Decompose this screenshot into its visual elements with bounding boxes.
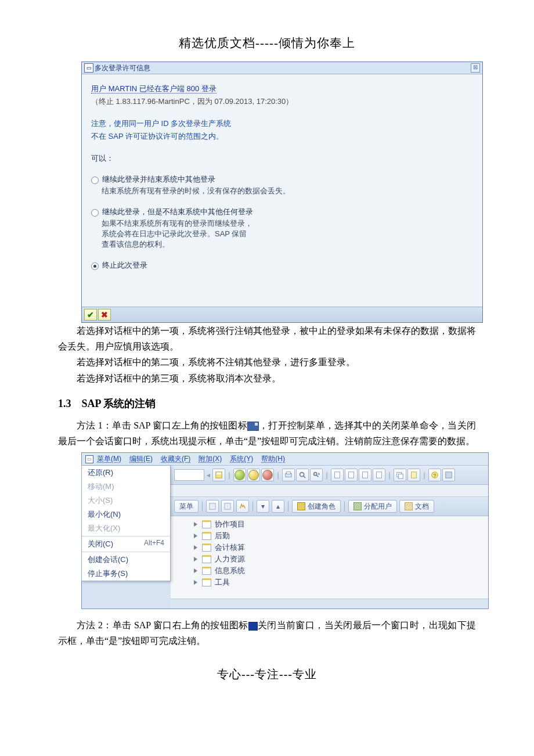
menu-new-session[interactable]: 创建会话(C) (82, 553, 170, 567)
tool-button[interactable] (236, 500, 249, 513)
document-button[interactable]: 文档 (399, 500, 434, 513)
toolbar-sep: | (275, 469, 281, 481)
menu-button[interactable]: 菜单 (174, 500, 199, 513)
tree-expand-icon (194, 534, 197, 538)
toolbar-sep: | (421, 469, 427, 481)
save-button[interactable] (212, 469, 225, 481)
option-1[interactable]: 继续此登录并结束系统中其他登录 (91, 174, 473, 185)
sap-app-toolbar: 菜单 ▾ ▴ 创建角色 分配用户 (171, 497, 488, 516)
dialog-footer: ✔ ✖ (82, 307, 482, 322)
toolbar-sep: ◂ (205, 469, 211, 481)
tool-button[interactable] (221, 500, 234, 513)
folder-icon (202, 543, 211, 552)
toolbar-sep (202, 501, 203, 512)
shortcut-button[interactable] (407, 469, 420, 481)
exit-button[interactable] (247, 469, 260, 481)
user-login-link[interactable]: 用户 MARTIN 已经在客户端 800 登录 (91, 84, 217, 93)
menu-item[interactable]: 菜单(M) (97, 454, 121, 464)
menu-item[interactable]: 附加(X) (199, 454, 222, 464)
document-icon (405, 502, 413, 510)
tree-item[interactable]: 工具 (171, 577, 488, 588)
sap-window-icon (247, 422, 259, 431)
dialog-body: 用户 MARTIN 已经在客户端 800 登录 （终止 1.83.117.96-… (82, 74, 482, 307)
command-field[interactable] (174, 469, 204, 481)
menu-item[interactable]: 帮助(H) (261, 454, 285, 464)
tree-item[interactable]: 协作项目 (171, 519, 488, 530)
layout-button[interactable] (442, 469, 455, 481)
txt: 已经在客户端 (137, 84, 186, 93)
para-option1: 若选择对话框中的第一项，系统将强行注销其他登录，被中止的登录如果有未保存的数据，… (58, 323, 476, 354)
svg-rect-3 (287, 472, 291, 474)
window-close-icon (248, 622, 258, 631)
menu-close[interactable]: 关闭(C) Alt+F4 (82, 537, 170, 551)
folder-icon (202, 578, 211, 586)
sap-standard-toolbar: ◂ | | | | (171, 466, 488, 485)
sap-main-window: ▭ 菜单(M) 编辑(E) 收藏夹(F) 附加(X) 系统(Y) 帮助(H) 还… (81, 452, 489, 609)
svg-rect-11 (377, 472, 382, 478)
next-page-button[interactable] (359, 469, 371, 481)
back-button[interactable] (233, 469, 246, 481)
sap-tree: 协作项目 后勤 会计核算 人力资源 信息系统 工具 (171, 516, 488, 599)
help-button[interactable]: ? (428, 469, 441, 481)
tree-item[interactable]: 信息系统 (171, 565, 488, 577)
heading-1-3: 1.3 SAP 系统的注销 (58, 397, 476, 411)
print-button[interactable] (282, 469, 295, 481)
txt: 登录 (199, 84, 217, 93)
radio-unselected-icon (91, 209, 99, 217)
dialog-ok-button[interactable]: ✔ (84, 309, 97, 321)
find-next-button[interactable] (310, 469, 323, 481)
radio-selected-icon (91, 262, 99, 270)
tree-item[interactable]: 会计核算 (171, 542, 488, 553)
tree-item[interactable]: 人力资源 (171, 553, 488, 565)
page-header: 精选优质文档-----倾情为你奉上 (58, 35, 476, 51)
option-3[interactable]: 终止此次登录 (91, 260, 473, 271)
new-session-button[interactable] (394, 469, 406, 481)
dialog-cancel-button[interactable]: ✖ (98, 309, 111, 321)
create-role-button[interactable]: 创建角色 (292, 500, 341, 513)
last-page-button[interactable] (373, 469, 385, 481)
menu-item[interactable]: 编辑(E) (129, 454, 153, 464)
find-button[interactable] (296, 469, 309, 481)
tree-expand-icon (194, 557, 197, 561)
menu-restore[interactable]: 还原(R) (82, 466, 170, 480)
folder-icon (202, 555, 211, 563)
menu-size: 大小(S) (82, 494, 170, 507)
prev-page-button[interactable] (345, 469, 358, 481)
expand-button[interactable]: ▴ (272, 500, 284, 513)
first-page-button[interactable] (331, 469, 344, 481)
para-option2: 若选择对话框中的第二项，系统将不注销其他登录，进行多重登录。 (58, 354, 476, 370)
user-name: MARTIN (109, 84, 138, 93)
sap-window-icon: ▭ (84, 63, 93, 73)
menu-item[interactable]: 收藏夹(F) (161, 454, 190, 464)
svg-line-5 (304, 476, 306, 478)
menu-minimize[interactable]: 最小化(N) (82, 507, 170, 521)
toolbar-sep: | (226, 469, 232, 481)
license-note-1: 注意，使用同一用户 ID 多次登录生产系统 (91, 118, 473, 129)
tool-button[interactable] (206, 500, 219, 513)
svg-rect-9 (349, 472, 354, 478)
txt: 方法 1：单击 SAP 窗口左上角的按钮图标 (77, 420, 247, 430)
menu-maximize: 最大化(X) (82, 521, 170, 535)
svg-text:?: ? (434, 473, 436, 478)
radio-unselected-icon (91, 177, 99, 184)
toolbar-sep: | (324, 469, 330, 481)
assign-user-button[interactable]: 分配用户 (348, 500, 397, 513)
control-menu: 还原(R) 移动(M) 大小(S) 最小化(N) 最大化(X) 关闭(C) Al… (81, 465, 171, 581)
dialog-close-button[interactable]: ⊠ (471, 63, 480, 73)
menu-stop-transaction[interactable]: 停止事务(S) (82, 567, 170, 581)
cancel-button[interactable] (261, 469, 274, 481)
login-license-dialog: ▭ 多次登录许可信息 ⊠ 用户 MARTIN 已经在客户端 800 登录 （终止… (81, 62, 483, 323)
tree-status-bar (171, 599, 488, 609)
sap-window-icon[interactable]: ▭ (85, 455, 93, 463)
menu-item[interactable]: 系统(Y) (230, 454, 253, 464)
txt: 用户 (91, 84, 109, 93)
tree-expand-icon (194, 522, 197, 527)
can-label: 可以： (91, 153, 473, 164)
collapse-button[interactable]: ▾ (257, 500, 269, 513)
tree-item[interactable]: 后勤 (171, 530, 488, 542)
folder-icon (202, 532, 211, 540)
folder-icon (202, 567, 211, 575)
para-method2: 方法 2：单击 SAP 窗口右上角的按钮图标关闭当前窗口，当关闭最后一个窗口时，… (58, 617, 476, 649)
option-2[interactable]: 继续此登录，但是不结束系统中其他任何登录 (91, 207, 473, 217)
txt: 方法 2：单击 SAP 窗口右上角的按钮图标 (77, 620, 248, 630)
